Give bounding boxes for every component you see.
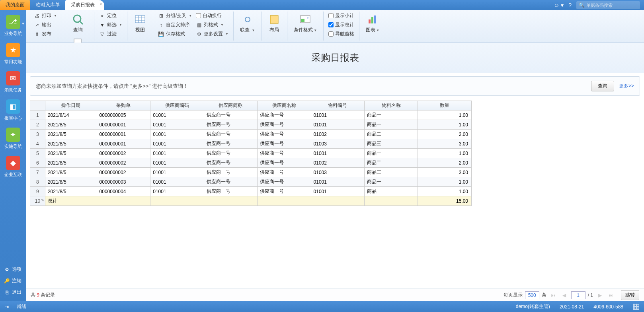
view-button[interactable]: 视图 (131, 12, 150, 35)
pager-next-icon[interactable]: ▶ (595, 291, 604, 300)
nav-item-5[interactable]: ◆企业互联 (0, 153, 26, 182)
locate-button[interactable]: ⌖定位 (98, 12, 124, 20)
table-row[interactable]: 32021/8/5000000000101001供应商一号供应商一号01002商… (30, 130, 472, 139)
layout-button[interactable]: 布局 (265, 12, 284, 35)
nav-item-label: 消息任务 (4, 87, 22, 93)
table-row[interactable]: 82021/8/5000000000301001供应商一号供应商一号01001商… (30, 177, 472, 187)
sort-button[interactable]: ↕自定义排序 (156, 21, 193, 29)
row-number: 2 (30, 120, 45, 130)
table-cell: 0000000002 (97, 168, 150, 177)
table-row[interactable]: 92021/8/5000000000401001供应商一号供应商一号01001商… (30, 187, 472, 196)
table-row[interactable]: 62021/8/5000000000201001供应商一号供应商一号01002商… (30, 158, 472, 168)
status-ready: 就绪 (17, 303, 26, 310)
table-row[interactable]: 42021/8/5000000000101001供应商一号供应商一号01003商… (30, 139, 472, 149)
navpane-checkbox-input[interactable] (328, 31, 334, 37)
row-number: 1 (30, 110, 45, 120)
smile-icon[interactable]: ☺ ▾ (554, 2, 564, 8)
subtotal-checkbox-input[interactable] (328, 13, 334, 18)
expand-icon[interactable]: ⇥ (5, 304, 9, 310)
record-count: 共 9 条记录 (31, 292, 55, 298)
chart-button[interactable]: 图表▼ (363, 12, 382, 35)
condformat-button[interactable]: if条件格式▼ (291, 12, 320, 35)
nav-item-label: 业务导航 (4, 31, 22, 37)
export-button[interactable]: ↗输出 (32, 21, 59, 29)
nav-bottom-0[interactable]: ⚙选项 (0, 264, 26, 275)
page-title: 采购日报表 (26, 51, 644, 64)
page-input[interactable] (571, 291, 585, 299)
barcode-search-input[interactable] (586, 3, 638, 8)
pager-prev-icon[interactable]: ◀ (560, 291, 569, 300)
table-row[interactable]: 72021/8/5000000000201001供应商一号供应商一号01003商… (30, 168, 472, 177)
barcode-search[interactable]: 🔍 (576, 1, 640, 9)
jump-button[interactable]: 跳转 (621, 290, 639, 300)
table-cell: 供应商一号 (204, 110, 257, 120)
table-cell: 0000000001 (97, 130, 150, 139)
help-icon[interactable]: ? (568, 2, 572, 8)
row-number: 3 (30, 130, 45, 139)
total-checkbox-input[interactable] (328, 22, 334, 27)
table-row[interactable]: 52021/8/5000000000201001供应商一号供应商一号01001商… (30, 149, 472, 158)
group-button[interactable]: ⊞分组/交叉▼ (156, 12, 193, 20)
filterout-button[interactable]: ▽过滤 (98, 30, 124, 38)
more-link[interactable]: 更多>> (619, 83, 634, 89)
table-cell: 01002 (311, 130, 365, 139)
col-header[interactable]: 操作日期 (45, 101, 97, 110)
table-cell: 2021/8/5 (45, 139, 97, 149)
nav-item-label: 常用功能 (4, 59, 22, 65)
tab-2[interactable]: 采购日报表× (65, 0, 104, 10)
nav-item-3[interactable]: ◧报表中心 (0, 97, 26, 125)
col-header[interactable]: 供应商编码 (150, 101, 204, 110)
wrap-checkbox[interactable]: 自动换行 (194, 12, 230, 20)
col-header[interactable]: 采购单 (97, 101, 150, 110)
col-header[interactable]: 物料名称 (365, 101, 418, 110)
table-cell: 2021/8/14 (45, 110, 97, 120)
perpage-input[interactable] (525, 291, 539, 299)
table-cell: 2.00 (418, 130, 472, 139)
col-header[interactable]: 供应商简称 (204, 101, 257, 110)
table-cell: 01001 (311, 149, 365, 158)
pager-last-icon[interactable]: ⏭ (607, 291, 615, 300)
nav-item-1[interactable]: ★常用功能 (0, 41, 26, 69)
publish-button[interactable]: ⬆发布 (32, 30, 59, 38)
wrap-checkbox-input[interactable] (196, 13, 201, 18)
nav-item-0[interactable]: ⎇业务导航 (0, 12, 26, 41)
tab-1[interactable]: 临时入库单 (30, 0, 65, 10)
table-cell: 01001 (311, 120, 365, 130)
close-icon[interactable]: × (100, 2, 102, 6)
table-cell: 01001 (311, 187, 365, 196)
more-settings-button[interactable]: ⚙更多设置▼ (194, 30, 230, 38)
table-cell: 01001 (150, 158, 204, 168)
table-cell: 0000000001 (97, 139, 150, 149)
saveformat-button[interactable]: 💾保存格式 (156, 30, 193, 38)
nav-bottom-2[interactable]: ⎘退出 (0, 287, 26, 298)
nav-bottom-1[interactable]: 🔑注销 (0, 275, 26, 287)
table-cell: 01001 (150, 139, 204, 149)
table-row[interactable]: 12021/8/14000000000501001供应商一号供应商一号01001… (30, 110, 472, 120)
nav-item-2[interactable]: ✉消息任务 (0, 69, 26, 97)
subtotal-checkbox[interactable]: 显示小计 (327, 12, 356, 20)
qr-icon[interactable] (633, 304, 639, 310)
col-header[interactable]: 物料编号 (311, 101, 365, 110)
col-header[interactable]: 数量 (418, 101, 472, 110)
link-button[interactable]: 联查 ▼ (237, 12, 258, 35)
table-row[interactable]: 22021/8/5000000000101001供应商一号供应商一号01001商… (30, 120, 472, 130)
publish-icon: ⬆ (34, 31, 40, 37)
query-button[interactable]: 查询 (65, 12, 91, 35)
perpage-label: 每页显示 (503, 292, 523, 298)
query-button[interactable]: 查询 (591, 81, 614, 91)
table-cell: 商品一 (365, 149, 418, 158)
col-header[interactable]: 供应商名称 (258, 101, 311, 110)
tab-0[interactable]: 我的桌面 (0, 0, 30, 10)
nav-item-4[interactable]: ✦实施导航 (0, 125, 26, 153)
table-cell: 商品三 (365, 168, 418, 177)
svg-point-0 (74, 15, 81, 22)
print-button[interactable]: 🖨打印▼ (32, 12, 59, 20)
filter-button[interactable]: ▼筛选▼ (98, 21, 124, 29)
chevron-down-icon: ▼ (119, 23, 122, 27)
navpane-checkbox[interactable]: 导航窗格 (327, 30, 356, 38)
total-checkbox[interactable]: 显示总计 (327, 21, 356, 29)
nav-dropdown-icon[interactable]: ▼ (21, 22, 25, 25)
colformat-button[interactable]: ▥列格式▼ (194, 21, 230, 29)
pager-first-icon[interactable]: ⏮ (549, 291, 558, 300)
perpage-unit: 条 (542, 292, 546, 298)
